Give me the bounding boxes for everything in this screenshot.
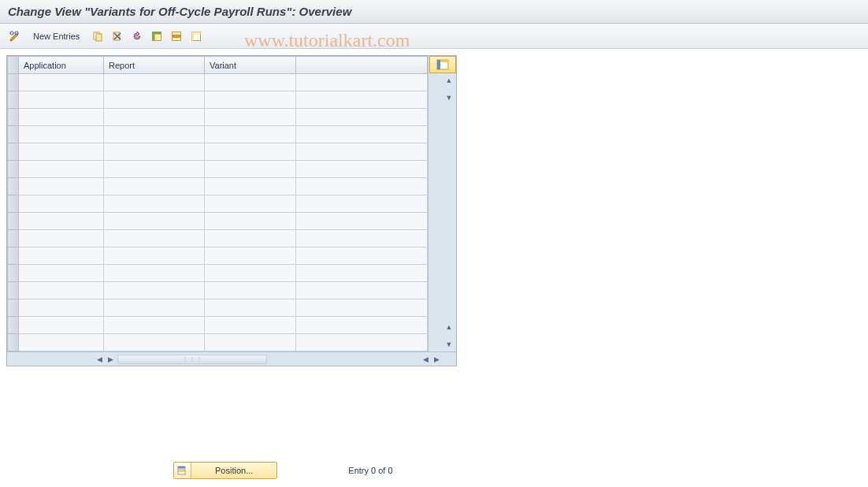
cell-variant[interactable] xyxy=(205,143,296,161)
table-settings-button[interactable] xyxy=(429,56,456,73)
scroll-down-end-button[interactable]: ▼ xyxy=(443,339,454,350)
row-selector[interactable] xyxy=(8,74,19,91)
cell-variant[interactable] xyxy=(205,247,296,265)
cell-report[interactable] xyxy=(104,230,205,247)
cell-report[interactable] xyxy=(104,91,205,109)
cell-variant[interactable] xyxy=(205,317,296,334)
row-selector[interactable] xyxy=(8,143,19,161)
vertical-scrollbar[interactable]: ▲ ▼ ▲ ▼ xyxy=(442,73,456,351)
cell-variant[interactable] xyxy=(205,109,296,126)
row-selector[interactable] xyxy=(8,334,19,351)
cell-report[interactable] xyxy=(104,299,205,317)
hscroll-track[interactable]: ⋮⋮⋮ xyxy=(117,355,267,364)
cell-variant[interactable] xyxy=(205,299,296,317)
row-selector[interactable] xyxy=(8,299,19,317)
table-row[interactable] xyxy=(8,178,428,195)
cell-application[interactable] xyxy=(19,178,104,195)
scroll-up-end-button[interactable]: ▲ xyxy=(443,322,454,333)
hscroll-thumb[interactable]: ⋮⋮⋮ xyxy=(118,355,266,363)
cell-report[interactable] xyxy=(104,74,205,91)
cell-variant[interactable] xyxy=(205,74,296,91)
cell-report[interactable] xyxy=(104,126,205,143)
row-selector[interactable] xyxy=(8,230,19,247)
cell-variant[interactable] xyxy=(205,265,296,282)
cell-application[interactable] xyxy=(19,161,104,178)
cell-report[interactable] xyxy=(104,317,205,334)
cell-variant[interactable] xyxy=(205,91,296,109)
cell-application[interactable] xyxy=(19,282,104,299)
cell-application[interactable] xyxy=(19,230,104,247)
cell-variant[interactable] xyxy=(205,126,296,143)
row-selector[interactable] xyxy=(8,317,19,334)
table-row[interactable] xyxy=(8,299,428,317)
undo-change-button[interactable] xyxy=(128,28,146,45)
new-entries-button[interactable]: New Entries xyxy=(26,28,87,45)
row-selector[interactable] xyxy=(8,265,19,282)
row-selector[interactable] xyxy=(8,178,19,195)
cell-report[interactable] xyxy=(104,213,205,230)
table-row[interactable] xyxy=(8,282,428,299)
cell-variant[interactable] xyxy=(205,334,296,351)
table-row[interactable] xyxy=(8,74,428,91)
hscroll-left-button[interactable]: ◀ xyxy=(94,354,105,365)
cell-variant[interactable] xyxy=(205,230,296,247)
row-selector[interactable] xyxy=(8,161,19,178)
hscroll-left-end-button[interactable]: ◀ xyxy=(420,354,431,365)
row-selector[interactable] xyxy=(8,247,19,265)
position-button[interactable]: Position... xyxy=(173,462,277,479)
cell-application[interactable] xyxy=(19,126,104,143)
cell-report[interactable] xyxy=(104,109,205,126)
cell-application[interactable] xyxy=(19,317,104,334)
table-row[interactable] xyxy=(8,334,428,351)
scroll-up-button[interactable]: ▲ xyxy=(443,75,454,86)
table-row[interactable] xyxy=(8,230,428,247)
cell-variant[interactable] xyxy=(205,178,296,195)
table-row[interactable] xyxy=(8,161,428,178)
select-all-button[interactable] xyxy=(148,28,165,45)
row-selector[interactable] xyxy=(8,213,19,230)
cell-report[interactable] xyxy=(104,265,205,282)
cell-application[interactable] xyxy=(19,143,104,161)
cell-variant[interactable] xyxy=(205,282,296,299)
deselect-all-button[interactable] xyxy=(187,28,205,45)
cell-report[interactable] xyxy=(104,247,205,265)
hscroll-right-end-button[interactable]: ▶ xyxy=(431,354,442,365)
cell-application[interactable] xyxy=(19,247,104,265)
table-row[interactable] xyxy=(8,213,428,230)
cell-report[interactable] xyxy=(104,195,205,213)
table-row[interactable] xyxy=(8,265,428,282)
cell-application[interactable] xyxy=(19,265,104,282)
select-block-button[interactable] xyxy=(168,28,185,45)
cell-report[interactable] xyxy=(104,178,205,195)
cell-variant[interactable] xyxy=(205,213,296,230)
row-selector[interactable] xyxy=(8,126,19,143)
cell-report[interactable] xyxy=(104,143,205,161)
variants-table[interactable]: Application Report Variant xyxy=(7,56,428,351)
cell-application[interactable] xyxy=(19,299,104,317)
cell-report[interactable] xyxy=(104,161,205,178)
row-selector[interactable] xyxy=(8,195,19,213)
cell-application[interactable] xyxy=(19,334,104,351)
cell-report[interactable] xyxy=(104,282,205,299)
column-header-application[interactable]: Application xyxy=(19,57,104,74)
row-selector-header[interactable] xyxy=(8,57,19,74)
table-row[interactable] xyxy=(8,317,428,334)
hscroll-right-button[interactable]: ▶ xyxy=(105,354,116,365)
table-row[interactable] xyxy=(8,91,428,109)
column-header-report[interactable]: Report xyxy=(104,57,205,74)
row-selector[interactable] xyxy=(8,282,19,299)
cell-application[interactable] xyxy=(19,109,104,126)
row-selector[interactable] xyxy=(8,91,19,109)
cell-variant[interactable] xyxy=(205,161,296,178)
table-row[interactable] xyxy=(8,195,428,213)
cell-application[interactable] xyxy=(19,74,104,91)
cell-application[interactable] xyxy=(19,195,104,213)
toggle-display-change-button[interactable] xyxy=(6,28,24,45)
cell-application[interactable] xyxy=(19,213,104,230)
row-selector[interactable] xyxy=(8,109,19,126)
delete-button[interactable] xyxy=(109,28,126,45)
table-row[interactable] xyxy=(8,109,428,126)
cell-variant[interactable] xyxy=(205,195,296,213)
table-row[interactable] xyxy=(8,126,428,143)
column-header-variant[interactable]: Variant xyxy=(205,57,296,74)
